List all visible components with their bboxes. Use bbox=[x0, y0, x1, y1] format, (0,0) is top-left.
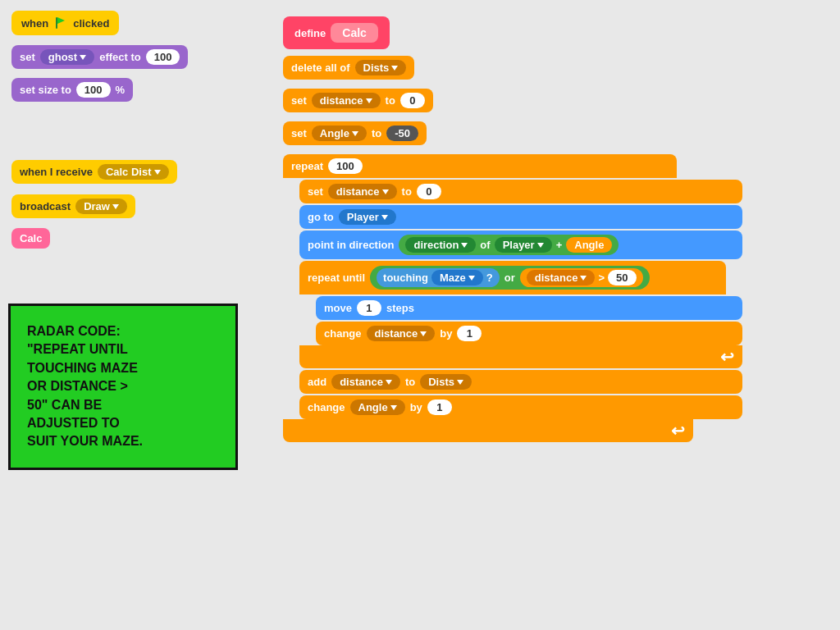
distance-arrow bbox=[366, 98, 372, 103]
change-label: change bbox=[324, 327, 362, 340]
direction-dropdown[interactable]: direction bbox=[405, 237, 476, 253]
angle-arrow bbox=[352, 131, 358, 136]
distance-dropdown[interactable]: distance bbox=[312, 93, 381, 108]
set-angle-row[interactable]: set Angle to -50 bbox=[283, 121, 427, 145]
calc-dist-arrow bbox=[154, 170, 161, 175]
repeat-100-block: repeat 100 set distance to 0 go to Playe… bbox=[283, 154, 742, 442]
set-label3: set bbox=[291, 127, 307, 139]
or-label: or bbox=[504, 272, 515, 284]
ghost-value-input[interactable]: 100 bbox=[146, 49, 180, 65]
repeat-100-loop-arrow: ↩ bbox=[671, 421, 685, 441]
plus-label: + bbox=[556, 239, 563, 251]
distance3-arrow bbox=[580, 276, 587, 281]
calc-row[interactable]: Calc bbox=[11, 228, 50, 249]
set-ghost-block: set ghost effect to 100 bbox=[11, 45, 188, 69]
when-receive-block[interactable]: when I receive Calc Dist bbox=[11, 160, 177, 184]
repeat-until-loop-arrow: ↩ bbox=[720, 347, 734, 367]
player2-arrow bbox=[537, 243, 544, 248]
set-ghost-row[interactable]: set ghost effect to 100 bbox=[11, 45, 188, 69]
player-arrow bbox=[381, 215, 388, 220]
direction-arrow bbox=[461, 243, 468, 248]
set-size-row[interactable]: set size to 100 % bbox=[11, 78, 133, 102]
flag-icon bbox=[53, 16, 68, 30]
move-value[interactable]: 1 bbox=[357, 300, 381, 316]
repeat-100-value[interactable]: 100 bbox=[328, 158, 363, 174]
repeat-until-header[interactable]: repeat until touching Maze ? or d bbox=[299, 261, 726, 294]
angle3-dropdown[interactable]: Angle bbox=[350, 399, 405, 415]
radar-code-text: RADAR CODE:"REPEAT UNTILTOUCHING MAZEOR … bbox=[27, 322, 219, 451]
dists2-dropdown[interactable]: Dists bbox=[420, 374, 472, 390]
calc-name-badge: Calc bbox=[331, 23, 378, 43]
change2-label: change bbox=[308, 401, 345, 413]
ghost-dropdown[interactable]: ghost bbox=[40, 49, 94, 65]
repeat-100-header[interactable]: repeat 100 bbox=[283, 154, 677, 178]
neg50-value[interactable]: -50 bbox=[386, 126, 418, 141]
svg-marker-1 bbox=[57, 17, 65, 24]
touching-block: touching Maze ? bbox=[377, 268, 500, 287]
inner-to-label: to bbox=[402, 185, 412, 198]
when-label: when bbox=[21, 17, 48, 30]
dists-arrow bbox=[391, 66, 398, 71]
size-value-input[interactable]: 100 bbox=[76, 82, 111, 98]
when-receive-group: when I receive Calc Dist bbox=[11, 160, 177, 184]
inner-distance-arrow bbox=[382, 189, 389, 194]
angle3-arrow bbox=[390, 405, 397, 410]
change-distance-row[interactable]: change distance by 1 bbox=[316, 322, 742, 345]
point-direction-row[interactable]: point in direction direction of Player +… bbox=[299, 231, 742, 259]
distance3-dropdown[interactable]: distance bbox=[527, 270, 596, 285]
by-label: by bbox=[440, 327, 452, 340]
set-distance-row[interactable]: set distance to 0 bbox=[283, 89, 433, 112]
define-row[interactable]: define Calc bbox=[283, 16, 390, 49]
draw-dropdown[interactable]: Draw bbox=[75, 199, 127, 214]
change-angle-row[interactable]: change Angle by 1 bbox=[299, 395, 742, 419]
steps-label: steps bbox=[386, 302, 414, 314]
set-distance-block: set distance to 0 bbox=[283, 89, 433, 112]
calc-label: Calc bbox=[20, 232, 42, 244]
set-angle-block: set Angle to -50 bbox=[283, 121, 427, 145]
dists-dropdown[interactable]: Dists bbox=[355, 60, 407, 75]
calc-dist-dropdown[interactable]: Calc Dist bbox=[98, 164, 169, 180]
repeat-100-body: set distance to 0 go to Player point in … bbox=[299, 178, 742, 419]
distance-gt-block: distance > 50 bbox=[520, 268, 643, 287]
inner-distance-dropdown[interactable]: distance bbox=[328, 184, 397, 199]
set-size-label: set size to bbox=[20, 84, 71, 96]
distance-value[interactable]: 0 bbox=[400, 93, 425, 108]
inner-set-label: set bbox=[308, 185, 323, 198]
angle-dropdown[interactable]: Angle bbox=[312, 126, 367, 141]
change-dist-arrow bbox=[420, 331, 427, 336]
inner-set-distance-row[interactable]: set distance to 0 bbox=[299, 180, 742, 203]
set-size-block: set size to 100 % bbox=[11, 78, 133, 102]
repeat-until-tail: ↩ bbox=[299, 345, 742, 368]
change-dist-dropdown[interactable]: distance bbox=[367, 326, 436, 341]
delete-dists-block: delete all of Dists bbox=[283, 56, 414, 80]
to-label2: to bbox=[372, 127, 381, 139]
broadcast-row[interactable]: broadcast Draw bbox=[11, 194, 135, 218]
delete-all-row[interactable]: delete all of Dists bbox=[283, 56, 414, 80]
add-distance-row[interactable]: add distance to Dists bbox=[299, 370, 742, 394]
add-dist-dropdown[interactable]: distance bbox=[331, 374, 400, 390]
move-steps-row[interactable]: move 1 steps bbox=[316, 296, 742, 320]
by2-label: by bbox=[410, 401, 422, 413]
set-label: set bbox=[20, 51, 35, 63]
point-label: point in direction bbox=[308, 239, 394, 251]
repeat-until-body: move 1 steps change distance by 1 bbox=[316, 294, 742, 345]
to4-label: to bbox=[405, 376, 415, 388]
inner-zero-value[interactable]: 0 bbox=[417, 184, 441, 199]
dists2-arrow bbox=[457, 380, 463, 385]
when-flag-clicked-block[interactable]: when clicked bbox=[11, 11, 119, 35]
direction-reporter: direction of Player + Angle bbox=[399, 235, 619, 255]
maze-dropdown[interactable]: Maze bbox=[431, 270, 483, 285]
change-dist-value[interactable]: 1 bbox=[457, 326, 482, 341]
set-label2: set bbox=[291, 94, 307, 107]
svg-rect-0 bbox=[56, 17, 57, 29]
go-to-label: go to bbox=[308, 211, 334, 223]
player-dropdown[interactable]: Player bbox=[339, 209, 396, 225]
angle3-value[interactable]: 1 bbox=[427, 399, 452, 415]
fifty-value[interactable]: 50 bbox=[608, 270, 636, 285]
clicked-label: clicked bbox=[73, 17, 109, 30]
when-receive-label: when I receive bbox=[20, 166, 93, 178]
angle-reporter: Angle bbox=[566, 237, 612, 253]
go-to-row[interactable]: go to Player bbox=[299, 205, 742, 229]
maze-arrow bbox=[468, 276, 475, 281]
player2-dropdown[interactable]: Player bbox=[495, 237, 552, 253]
